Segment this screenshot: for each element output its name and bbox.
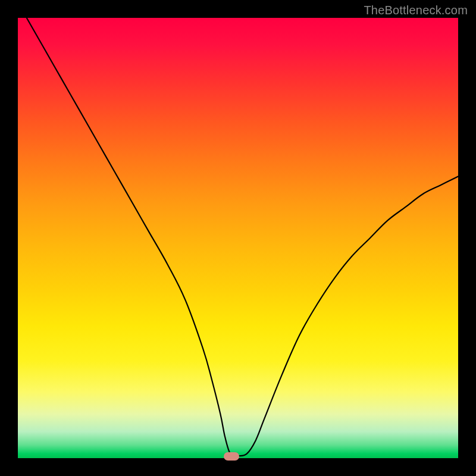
optimal-marker [224,452,239,461]
attribution-text: TheBottleneck.com [364,4,468,17]
chart-frame: TheBottleneck.com [0,0,476,476]
chart-plot-area [18,18,458,458]
bottleneck-curve [18,18,458,458]
